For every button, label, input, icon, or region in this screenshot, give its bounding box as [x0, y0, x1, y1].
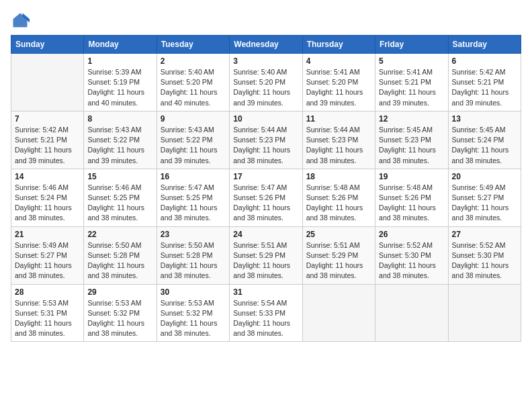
week-row-2: 7Sunrise: 5:42 AMSunset: 5:21 PMDaylight…	[11, 111, 521, 169]
day-info: Sunrise: 5:48 AMSunset: 5:26 PMDaylight:…	[306, 183, 371, 224]
day-info: Sunrise: 5:50 AMSunset: 5:28 PMDaylight:…	[87, 240, 152, 281]
calendar-cell: 29Sunrise: 5:53 AMSunset: 5:32 PMDayligh…	[84, 284, 157, 342]
day-info: Sunrise: 5:43 AMSunset: 5:22 PMDaylight:…	[87, 125, 152, 166]
day-info: Sunrise: 5:54 AMSunset: 5:33 PMDaylight:…	[233, 298, 298, 339]
day-info: Sunrise: 5:40 AMSunset: 5:20 PMDaylight:…	[233, 67, 298, 108]
day-number: 18	[306, 172, 371, 181]
day-number: 3	[233, 56, 298, 66]
header-sunday: Sunday	[11, 36, 84, 54]
day-number: 30	[161, 287, 226, 297]
day-number: 5	[379, 56, 444, 66]
day-info: Sunrise: 5:48 AMSunset: 5:26 PMDaylight:…	[379, 183, 444, 224]
calendar-cell: 8Sunrise: 5:43 AMSunset: 5:22 PMDaylight…	[84, 111, 157, 169]
day-number: 22	[87, 230, 152, 239]
day-info: Sunrise: 5:45 AMSunset: 5:23 PMDaylight:…	[379, 125, 444, 166]
calendar-cell: 31Sunrise: 5:54 AMSunset: 5:33 PMDayligh…	[230, 284, 302, 342]
calendar-cell: 28Sunrise: 5:53 AMSunset: 5:31 PMDayligh…	[11, 284, 84, 342]
day-info: Sunrise: 5:45 AMSunset: 5:24 PMDaylight:…	[452, 125, 517, 166]
day-number: 25	[306, 230, 371, 239]
day-number: 6	[452, 56, 517, 66]
day-number: 17	[233, 172, 298, 181]
day-number: 8	[87, 114, 152, 124]
day-number: 29	[87, 287, 152, 297]
day-info: Sunrise: 5:51 AMSunset: 5:29 PMDaylight:…	[233, 240, 298, 281]
calendar-cell: 26Sunrise: 5:52 AMSunset: 5:30 PMDayligh…	[375, 226, 448, 284]
day-number: 24	[233, 230, 298, 239]
week-row-1: 1Sunrise: 5:39 AMSunset: 5:19 PMDaylight…	[11, 54, 521, 111]
day-info: Sunrise: 5:53 AMSunset: 5:32 PMDaylight:…	[161, 298, 226, 339]
day-number: 28	[15, 287, 80, 297]
calendar-cell: 15Sunrise: 5:46 AMSunset: 5:25 PMDayligh…	[84, 169, 157, 226]
day-number: 4	[306, 56, 371, 66]
day-info: Sunrise: 5:46 AMSunset: 5:24 PMDaylight:…	[15, 183, 80, 224]
day-info: Sunrise: 5:47 AMSunset: 5:26 PMDaylight:…	[233, 183, 298, 224]
day-number: 23	[161, 230, 226, 239]
day-info: Sunrise: 5:43 AMSunset: 5:22 PMDaylight:…	[161, 125, 226, 166]
day-number: 11	[306, 114, 371, 124]
header-monday: Monday	[84, 36, 157, 54]
day-number: 16	[161, 172, 226, 181]
calendar-cell: 24Sunrise: 5:51 AMSunset: 5:29 PMDayligh…	[230, 226, 302, 284]
header-tuesday: Tuesday	[157, 36, 229, 54]
week-row-5: 28Sunrise: 5:53 AMSunset: 5:31 PMDayligh…	[11, 284, 521, 342]
calendar-cell: 16Sunrise: 5:47 AMSunset: 5:25 PMDayligh…	[157, 169, 229, 226]
header-friday: Friday	[375, 36, 448, 54]
day-number: 13	[452, 114, 517, 124]
day-info: Sunrise: 5:40 AMSunset: 5:20 PMDaylight:…	[161, 67, 226, 108]
calendar-cell: 21Sunrise: 5:49 AMSunset: 5:27 PMDayligh…	[11, 226, 84, 284]
day-info: Sunrise: 5:51 AMSunset: 5:29 PMDaylight:…	[306, 240, 371, 281]
day-info: Sunrise: 5:46 AMSunset: 5:25 PMDaylight:…	[87, 183, 152, 224]
header-thursday: Thursday	[302, 36, 375, 54]
day-number: 20	[452, 172, 517, 181]
day-info: Sunrise: 5:53 AMSunset: 5:31 PMDaylight:…	[15, 298, 80, 339]
calendar-cell: 6Sunrise: 5:42 AMSunset: 5:21 PMDaylight…	[448, 54, 521, 111]
day-info: Sunrise: 5:42 AMSunset: 5:21 PMDaylight:…	[15, 125, 80, 166]
week-row-3: 14Sunrise: 5:46 AMSunset: 5:24 PMDayligh…	[11, 169, 521, 226]
calendar-cell: 13Sunrise: 5:45 AMSunset: 5:24 PMDayligh…	[448, 111, 521, 169]
calendar-cell: 4Sunrise: 5:41 AMSunset: 5:20 PMDaylight…	[302, 54, 375, 111]
calendar-cell: 14Sunrise: 5:46 AMSunset: 5:24 PMDayligh…	[11, 169, 84, 226]
calendar-cell: 5Sunrise: 5:41 AMSunset: 5:21 PMDaylight…	[375, 54, 448, 111]
day-number: 10	[233, 114, 298, 124]
calendar-cell	[448, 284, 521, 342]
day-info: Sunrise: 5:50 AMSunset: 5:28 PMDaylight:…	[161, 240, 226, 281]
day-number: 19	[379, 172, 444, 181]
calendar-cell: 17Sunrise: 5:47 AMSunset: 5:26 PMDayligh…	[230, 169, 302, 226]
day-number: 31	[233, 287, 298, 297]
calendar-header-row: Sunday Monday Tuesday Wednesday Thursday…	[11, 36, 521, 54]
day-info: Sunrise: 5:39 AMSunset: 5:19 PMDaylight:…	[87, 67, 152, 108]
day-info: Sunrise: 5:41 AMSunset: 5:21 PMDaylight:…	[379, 67, 444, 108]
calendar-cell: 1Sunrise: 5:39 AMSunset: 5:19 PMDaylight…	[84, 54, 157, 111]
svg-marker-0	[13, 13, 28, 28]
calendar-cell	[11, 54, 84, 111]
calendar-cell: 12Sunrise: 5:45 AMSunset: 5:23 PMDayligh…	[375, 111, 448, 169]
day-number: 7	[15, 114, 80, 124]
calendar-cell	[302, 284, 375, 342]
day-info: Sunrise: 5:44 AMSunset: 5:23 PMDaylight:…	[233, 125, 298, 166]
day-info: Sunrise: 5:42 AMSunset: 5:21 PMDaylight:…	[452, 67, 517, 108]
logo-icon	[11, 11, 30, 30]
day-number: 21	[15, 230, 80, 239]
calendar-cell	[375, 284, 448, 342]
day-info: Sunrise: 5:47 AMSunset: 5:25 PMDaylight:…	[161, 183, 226, 224]
page-header	[11, 11, 521, 30]
calendar-cell: 9Sunrise: 5:43 AMSunset: 5:22 PMDaylight…	[157, 111, 229, 169]
day-info: Sunrise: 5:49 AMSunset: 5:27 PMDaylight:…	[452, 183, 517, 224]
day-info: Sunrise: 5:52 AMSunset: 5:30 PMDaylight:…	[452, 240, 517, 281]
day-info: Sunrise: 5:44 AMSunset: 5:23 PMDaylight:…	[306, 125, 371, 166]
calendar-cell: 18Sunrise: 5:48 AMSunset: 5:26 PMDayligh…	[302, 169, 375, 226]
day-number: 27	[452, 230, 517, 239]
header-wednesday: Wednesday	[230, 36, 302, 54]
day-number: 12	[379, 114, 444, 124]
day-number: 26	[379, 230, 444, 239]
calendar-cell: 23Sunrise: 5:50 AMSunset: 5:28 PMDayligh…	[157, 226, 229, 284]
day-number: 2	[161, 56, 226, 66]
header-saturday: Saturday	[448, 36, 521, 54]
calendar-cell: 20Sunrise: 5:49 AMSunset: 5:27 PMDayligh…	[448, 169, 521, 226]
calendar-cell: 30Sunrise: 5:53 AMSunset: 5:32 PMDayligh…	[157, 284, 229, 342]
calendar: Sunday Monday Tuesday Wednesday Thursday…	[11, 35, 521, 342]
calendar-cell: 2Sunrise: 5:40 AMSunset: 5:20 PMDaylight…	[157, 54, 229, 111]
calendar-cell: 19Sunrise: 5:48 AMSunset: 5:26 PMDayligh…	[375, 169, 448, 226]
day-info: Sunrise: 5:52 AMSunset: 5:30 PMDaylight:…	[379, 240, 444, 281]
day-info: Sunrise: 5:49 AMSunset: 5:27 PMDaylight:…	[15, 240, 80, 281]
